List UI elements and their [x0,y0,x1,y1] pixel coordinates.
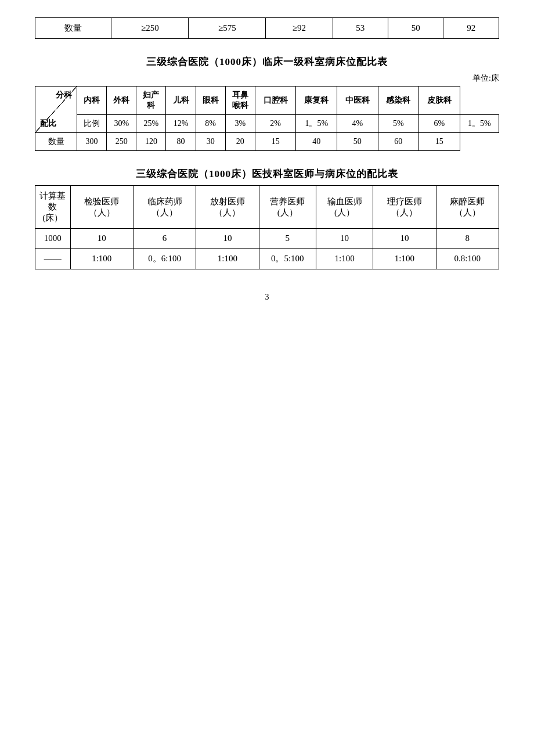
clinical-column-header: 口腔科 [255,87,296,115]
tech-column-header: 检验医师（人） [70,186,133,229]
table-cell: 1:100 [316,249,373,269]
page-number: 3 [35,293,499,302]
table-cell: 2% [255,115,296,133]
top-table-cell: ≥250 [111,18,189,39]
table-cell: 1000 [35,229,71,249]
table-row: 数量≥250≥575≥92535092 [35,18,499,39]
table-cell: 50 [337,133,378,151]
table-cell: 8 [436,229,499,249]
tech-column-header: 输血医师(人） [316,186,373,229]
clinical-column-header: 儿科 [166,87,196,115]
top-summary-table: 数量≥250≥575≥92535092 [35,17,499,39]
table-cell: 1:100 [373,249,436,269]
table-cell: 1。5% [296,115,337,133]
table-cell: 30% [107,115,136,133]
clinical-column-header: 中医科 [337,87,378,115]
table-cell: 8% [196,115,225,133]
table-row: 比例30%25%12%8%3%2%1。5%4%5%6%1。5% [35,115,499,133]
table-cell: 1:100 [70,249,133,269]
table-row: 数量3002501208030201540506015 [35,133,499,151]
table-row: ——1:1000。6:1001:1000。5:1001:1001:1000.8:… [35,249,499,269]
table-cell: 6% [419,115,460,133]
diagonal-top-label: 分科 [56,90,72,100]
table-cell: 6 [133,229,196,249]
tech-section-title: 三级综合医院（1000床）医技科室医师与病床位的配比表 [35,167,499,181]
clinical-column-header: 皮肤科 [419,87,460,115]
table-cell: —— [35,249,71,269]
row-label: 数量 [35,133,77,151]
table-cell: 1:100 [196,249,259,269]
table-cell: 15 [255,133,296,151]
tech-column-header: 放射医师（人） [196,186,259,229]
table-cell: 10 [316,229,373,249]
top-table-cell: ≥575 [189,18,266,39]
table-row: 100010610510108 [35,229,499,249]
clinical-column-header: 耳鼻喉科 [225,87,255,115]
tech-column-header: 理疗医师（人） [373,186,436,229]
table-cell: 4% [337,115,378,133]
table-cell: 30 [196,133,225,151]
table-cell: 10 [196,229,259,249]
table-cell: 5% [378,115,419,133]
row-label: 比例 [77,115,107,133]
top-table-cell: 53 [333,18,388,39]
diagonal-bottom-label: 配比 [40,118,56,129]
tech-column-header: 临床药师（人） [133,186,196,229]
table-cell: 5 [259,229,316,249]
clinical-column-header: 内科 [77,87,107,115]
top-table-cell: 50 [388,18,443,39]
table-cell: 3% [225,115,255,133]
table-cell: 25% [136,115,166,133]
table-cell: 60 [378,133,419,151]
tech-column-header: 计算基数(床） [35,186,71,229]
table-cell: 80 [166,133,196,151]
tech-table: 计算基数(床）检验医师（人）临床药师（人）放射医师（人）营养医师(人）输血医师(… [35,185,499,269]
clinical-column-header: 康复科 [296,87,337,115]
clinical-column-header: 妇产科 [136,87,166,115]
table-cell: 0.8:100 [436,249,499,269]
diagonal-header-cell: 分科 配比 [35,87,77,133]
table-cell: 0。6:100 [133,249,196,269]
clinical-section-title: 三级综合医院（1000床）临床一级科室病床位配比表 [35,55,499,69]
table-cell: 10 [373,229,436,249]
clinical-column-header: 感染科 [378,87,419,115]
clinical-column-header: 眼科 [196,87,225,115]
top-summary-section: 数量≥250≥575≥92535092 [35,17,499,39]
table-cell: 10 [70,229,133,249]
table-cell: 300 [77,133,107,151]
table-cell: 15 [419,133,460,151]
top-table-cell: ≥92 [266,18,333,39]
unit-label: 单位:床 [35,73,499,84]
table-cell: 1。5% [460,115,499,133]
clinical-column-header: 外科 [107,87,136,115]
clinical-table: 分科 配比 内科外科妇产科儿科眼科耳鼻喉科口腔科康复科中医科感染科皮肤科比例30… [35,86,499,151]
table-cell: 250 [107,133,136,151]
table-cell: 120 [136,133,166,151]
tech-column-header: 麻醉医师（人） [436,186,499,229]
table-cell: 12% [166,115,196,133]
table-cell: 20 [225,133,255,151]
table-cell: 40 [296,133,337,151]
tech-column-header: 营养医师(人） [259,186,316,229]
top-table-cell: 92 [443,18,499,39]
top-table-cell: 数量 [35,18,111,39]
table-cell: 0。5:100 [259,249,316,269]
